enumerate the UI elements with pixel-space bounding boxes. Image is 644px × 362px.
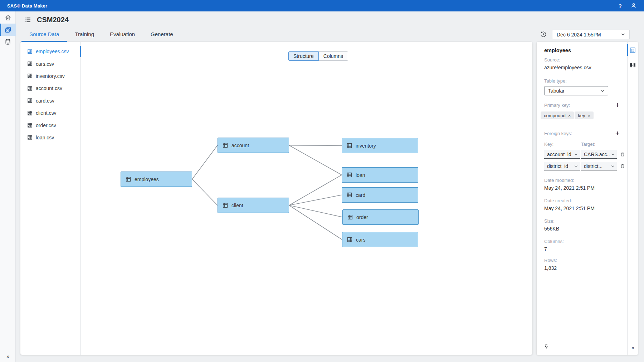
user-profile-button[interactable]	[630, 3, 637, 9]
chevron-down-icon	[574, 153, 578, 155]
remove-tag-icon[interactable]: ×	[568, 113, 571, 118]
source-file-item-employees[interactable]: employees.csv	[20, 45, 80, 58]
diagram-edges	[80, 42, 532, 355]
foreign-keys-label: Foreign keys:	[544, 131, 572, 136]
expand-nav-button[interactable]: »	[0, 353, 16, 359]
projects-icon	[5, 26, 11, 33]
nav-home[interactable]	[0, 11, 16, 24]
source-file-list: employees.csv cars.csv inventory.csv acc…	[20, 42, 80, 355]
source-file-item-cars[interactable]: cars.csv	[20, 58, 80, 70]
diagram-node-loan[interactable]: loan	[342, 167, 418, 183]
primary-key-tag: compound ×	[541, 111, 574, 119]
date-modified-value: May 24, 2021 2:51 PM	[544, 185, 627, 191]
structure-canvas: StructureColumns employees account clien…	[80, 42, 532, 355]
file-name: card.csv	[36, 98, 54, 104]
chevron-down-icon	[611, 153, 615, 155]
view-toggle-structure[interactable]: Structure	[288, 51, 319, 61]
table-file-icon	[27, 73, 33, 79]
diagram-node-cars[interactable]: cars	[342, 232, 418, 247]
source-file-item-account[interactable]: account.csv	[20, 82, 80, 94]
date-modified-label: Date modified:	[544, 178, 627, 183]
collapse-panel-button[interactable]: «	[628, 345, 638, 351]
nav-projects[interactable]	[0, 24, 16, 36]
tab-source-data[interactable]: Source Data	[21, 30, 67, 42]
source-file-item-client[interactable]: client.csv	[20, 107, 80, 119]
help-button[interactable]: ?	[619, 3, 622, 9]
rows-label: Rows:	[544, 258, 627, 263]
table-icon	[347, 172, 352, 178]
join-columns-icon	[630, 62, 636, 68]
add-primary-key-button[interactable]: +	[615, 102, 620, 108]
node-label: client	[231, 203, 243, 208]
left-nav-rail: »	[0, 11, 16, 362]
chevron-down-icon	[621, 33, 625, 36]
view-toggle: StructureColumns	[288, 51, 348, 61]
table-type-select[interactable]: Tabular	[544, 86, 608, 95]
source-file-item-inventory[interactable]: inventory.csv	[20, 70, 80, 82]
chevron-down-icon	[611, 165, 615, 167]
source-file-item-loan[interactable]: loan.csv	[20, 132, 80, 144]
history-icon[interactable]	[540, 31, 547, 38]
foreign-key-key-select[interactable]: account_id	[544, 150, 580, 159]
pin-panel-button[interactable]	[544, 344, 549, 349]
chevron-down-icon	[574, 165, 578, 167]
chevron-down-icon	[600, 90, 604, 92]
node-label: employees	[135, 177, 159, 182]
details-icon-strip: «	[627, 42, 638, 355]
nav-data[interactable]	[0, 36, 16, 48]
tab-training[interactable]: Training	[67, 30, 102, 42]
details-panel: employees Source: azure/employees.csv Ta…	[537, 42, 638, 355]
join-mapping-button[interactable]	[629, 61, 637, 69]
remove-tag-icon[interactable]: ×	[588, 113, 591, 118]
foreign-key-row: district_id district...	[544, 162, 627, 170]
table-file-icon	[27, 61, 33, 66]
source-file-item-order[interactable]: order.csv	[20, 119, 80, 131]
columns-label: Columns:	[544, 239, 627, 244]
trash-icon	[620, 152, 625, 157]
rows-value: 1,832	[544, 265, 627, 271]
tab-evaluation[interactable]: Evaluation	[102, 30, 143, 42]
view-toggle-columns[interactable]: Columns	[318, 51, 348, 61]
size-label: Size:	[544, 218, 627, 224]
foreign-key-key-select[interactable]: district_id	[544, 162, 580, 170]
app-top-bar: SAS® Data Maker ?	[0, 0, 644, 11]
diagram-node-account[interactable]: account	[218, 138, 289, 153]
diagram-node-card[interactable]: card	[342, 187, 418, 203]
primary-key-tag: key ×	[575, 111, 594, 119]
file-name: inventory.csv	[36, 73, 65, 79]
foreign-key-rows: account_id CARS.acc.. district_id distri…	[544, 150, 627, 170]
home-icon	[5, 14, 11, 21]
add-foreign-key-button[interactable]: +	[615, 130, 620, 137]
node-label: account	[231, 143, 249, 148]
source-data-card: employees.csv cars.csv inventory.csv acc…	[20, 42, 532, 355]
details-title: employees	[544, 48, 627, 53]
node-label: loan	[356, 172, 365, 178]
primary-key-label: Primary key:	[544, 103, 570, 108]
diagram-node-client[interactable]: client	[218, 198, 289, 213]
tab-generate[interactable]: Generate	[143, 30, 181, 42]
snapshot-dropdown[interactable]: Dec 6 2024 1:55PM	[552, 30, 630, 39]
columns-value: 7	[544, 246, 627, 252]
diagram-node-inventory[interactable]: inventory	[342, 138, 418, 153]
source-file-item-card[interactable]: card.csv	[20, 95, 80, 107]
table-file-icon	[27, 49, 33, 54]
fk-target-column-label: Target:	[581, 142, 618, 147]
foreign-key-target-select[interactable]: CARS.acc..	[581, 150, 617, 159]
diagram-node-employees[interactable]: employees	[121, 172, 192, 187]
user-icon	[630, 3, 637, 9]
foreign-key-target-select[interactable]: district...	[581, 162, 617, 170]
table-file-icon	[27, 86, 33, 91]
snapshot-value: Dec 6 2024 1:55PM	[557, 32, 601, 38]
date-created-value: May 24, 2021 2:51 PM	[544, 205, 627, 211]
diagram-node-order[interactable]: order	[342, 209, 419, 225]
project-list-icon[interactable]	[24, 16, 31, 24]
properties-view-button[interactable]	[629, 46, 637, 54]
node-label: cars	[356, 237, 365, 243]
size-value: 556KB	[544, 226, 627, 232]
source-label: Source:	[544, 57, 627, 63]
delete-foreign-key-button[interactable]	[620, 152, 625, 157]
delete-foreign-key-button[interactable]	[620, 164, 625, 169]
table-file-icon	[27, 110, 33, 116]
source-value: azure/employees.csv	[544, 65, 627, 70]
file-name: account.csv	[36, 85, 62, 91]
